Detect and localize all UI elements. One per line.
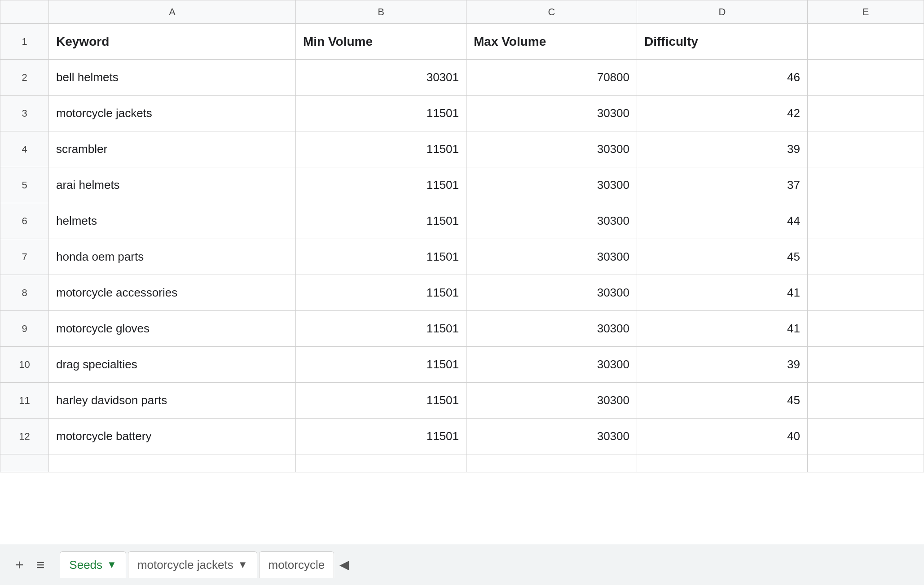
difficulty-cell[interactable]: 41 xyxy=(637,311,808,347)
min-volume-cell[interactable]: 11501 xyxy=(296,311,466,347)
row-number-cell: 10 xyxy=(0,347,49,383)
min-volume-cell[interactable]: 11501 xyxy=(296,167,466,203)
table-row: 12motorcycle battery115013030040 xyxy=(0,419,924,454)
difficulty-cell[interactable]: 39 xyxy=(637,347,808,383)
keyword-cell[interactable]: honda oem parts xyxy=(49,239,296,275)
extra-cell[interactable] xyxy=(808,131,924,167)
col-header-e[interactable]: E xyxy=(808,0,924,24)
col-header-d[interactable]: D xyxy=(637,0,808,24)
difficulty-cell[interactable]: 44 xyxy=(637,203,808,239)
max-volume-cell[interactable]: 30300 xyxy=(466,275,637,311)
difficulty-cell[interactable]: 42 xyxy=(637,96,808,131)
row-number-cell: 5 xyxy=(0,167,49,203)
empty-cell[interactable] xyxy=(296,454,466,472)
table-row: 10drag specialties115013030039 xyxy=(0,347,924,383)
extra-cell[interactable] xyxy=(808,60,924,96)
keyword-cell[interactable]: motorcycle jackets xyxy=(49,96,296,131)
keyword-cell[interactable]: scrambler xyxy=(49,131,296,167)
table-row: 1KeywordMin VolumeMax VolumeDifficulty xyxy=(0,24,924,60)
extra-cell[interactable] xyxy=(808,275,924,311)
empty-cell[interactable] xyxy=(808,454,924,472)
max-volume-cell[interactable]: 30300 xyxy=(466,167,637,203)
keyword-cell[interactable]: motorcycle gloves xyxy=(49,311,296,347)
extra-cell[interactable] xyxy=(808,419,924,454)
max-volume-cell[interactable]: Max Volume xyxy=(466,24,637,60)
table-row: 7honda oem parts115013030045 xyxy=(0,239,924,275)
col-header-b[interactable]: B xyxy=(296,0,466,24)
empty-cell[interactable] xyxy=(637,454,808,472)
max-volume-cell[interactable]: 30300 xyxy=(466,96,637,131)
tab-motorcycle[interactable]: motorcycle xyxy=(259,551,334,578)
max-volume-cell[interactable]: 30300 xyxy=(466,203,637,239)
tab-seeds[interactable]: Seeds ▼ xyxy=(60,551,126,578)
keyword-cell[interactable]: arai helmets xyxy=(49,167,296,203)
tab-controls: + ≡ xyxy=(4,556,55,574)
min-volume-cell[interactable]: 11501 xyxy=(296,131,466,167)
table-row: 11harley davidson parts115013030045 xyxy=(0,383,924,419)
tab-motorcycle-jackets[interactable]: motorcycle jackets ▼ xyxy=(128,551,257,578)
difficulty-cell[interactable]: 41 xyxy=(637,275,808,311)
row-number-cell: 11 xyxy=(0,383,49,419)
keyword-cell[interactable]: bell helmets xyxy=(49,60,296,96)
col-header-c[interactable]: C xyxy=(466,0,637,24)
empty-cell[interactable] xyxy=(49,454,296,472)
difficulty-cell[interactable]: 40 xyxy=(637,419,808,454)
difficulty-cell[interactable]: 46 xyxy=(637,60,808,96)
keyword-cell[interactable]: motorcycle battery xyxy=(49,419,296,454)
row-number-cell: 3 xyxy=(0,96,49,131)
col-header-a[interactable]: A xyxy=(49,0,296,24)
max-volume-cell[interactable]: 30300 xyxy=(466,131,637,167)
table-row: 5arai helmets115013030037 xyxy=(0,167,924,203)
extra-cell[interactable] xyxy=(808,96,924,131)
row-number-cell: 12 xyxy=(0,419,49,454)
keyword-cell[interactable]: helmets xyxy=(49,203,296,239)
add-sheet-button[interactable]: + xyxy=(13,556,26,574)
difficulty-cell[interactable]: 39 xyxy=(637,131,808,167)
min-volume-cell[interactable]: 30301 xyxy=(296,60,466,96)
max-volume-cell[interactable]: 30300 xyxy=(466,239,637,275)
max-volume-cell[interactable]: 30300 xyxy=(466,347,637,383)
min-volume-cell[interactable]: 11501 xyxy=(296,203,466,239)
max-volume-cell[interactable]: 30300 xyxy=(466,419,637,454)
min-volume-cell[interactable]: Min Volume xyxy=(296,24,466,60)
empty-row xyxy=(0,454,924,472)
row-number-cell: 2 xyxy=(0,60,49,96)
extra-cell[interactable] xyxy=(808,24,924,60)
min-volume-cell[interactable]: 11501 xyxy=(296,419,466,454)
min-volume-cell[interactable]: 11501 xyxy=(296,347,466,383)
extra-cell[interactable] xyxy=(808,347,924,383)
empty-cell[interactable] xyxy=(466,454,637,472)
spreadsheet-table: A B C D E 1KeywordMin VolumeMax VolumeDi… xyxy=(0,0,924,472)
min-volume-cell[interactable]: 11501 xyxy=(296,275,466,311)
grid-area: A B C D E 1KeywordMin VolumeMax VolumeDi… xyxy=(0,0,924,544)
extra-cell[interactable] xyxy=(808,239,924,275)
keyword-cell[interactable]: motorcycle accessories xyxy=(49,275,296,311)
tab-seeds-dropdown-icon[interactable]: ▼ xyxy=(107,559,117,571)
max-volume-cell[interactable]: 30300 xyxy=(466,383,637,419)
row-number-cell: 1 xyxy=(0,24,49,60)
difficulty-cell[interactable]: 37 xyxy=(637,167,808,203)
table-row: 2bell helmets303017080046 xyxy=(0,60,924,96)
sheet-menu-button[interactable]: ≡ xyxy=(35,556,47,574)
tab-nav-arrow[interactable]: ◀ xyxy=(339,557,349,572)
keyword-cell[interactable]: drag specialties xyxy=(49,347,296,383)
min-volume-cell[interactable]: 11501 xyxy=(296,383,466,419)
min-volume-cell[interactable]: 11501 xyxy=(296,239,466,275)
tab-motorcycle-label: motorcycle xyxy=(268,558,325,572)
difficulty-cell[interactable]: 45 xyxy=(637,383,808,419)
extra-cell[interactable] xyxy=(808,203,924,239)
tab-motorcycle-jackets-dropdown-icon[interactable]: ▼ xyxy=(238,559,248,571)
difficulty-cell[interactable]: 45 xyxy=(637,239,808,275)
extra-cell[interactable] xyxy=(808,311,924,347)
keyword-cell[interactable]: harley davidson parts xyxy=(49,383,296,419)
max-volume-cell[interactable]: 30300 xyxy=(466,311,637,347)
max-volume-cell[interactable]: 70800 xyxy=(466,60,637,96)
difficulty-cell[interactable]: Difficulty xyxy=(637,24,808,60)
table-row: 8motorcycle accessories115013030041 xyxy=(0,275,924,311)
tab-seeds-label: Seeds xyxy=(69,558,102,572)
extra-cell[interactable] xyxy=(808,167,924,203)
empty-cell[interactable] xyxy=(0,454,49,472)
extra-cell[interactable] xyxy=(808,383,924,419)
min-volume-cell[interactable]: 11501 xyxy=(296,96,466,131)
keyword-cell[interactable]: Keyword xyxy=(49,24,296,60)
